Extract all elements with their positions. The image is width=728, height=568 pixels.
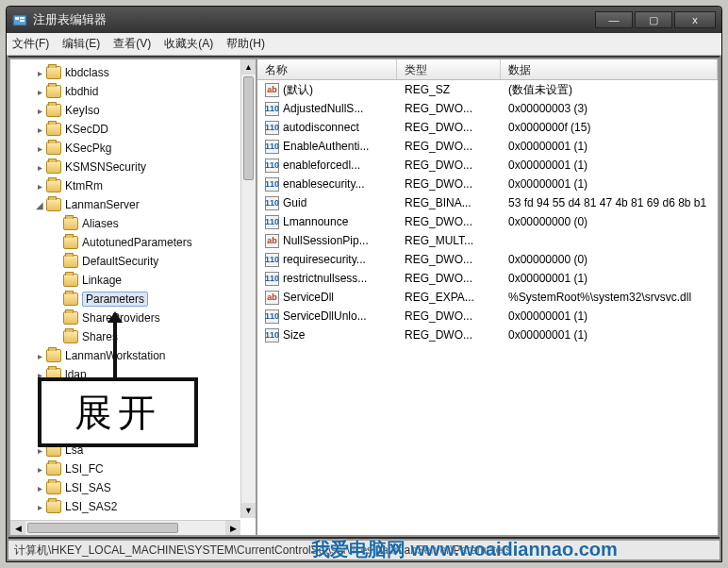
value-row[interactable]: 110GuidREG_BINA...53 fd 94 55 d4 81 47 4… [257,193,718,212]
menu-favorites[interactable]: 收藏夹(A) [164,36,213,52]
tree-node[interactable]: ▸KSecPkg [10,139,256,158]
folder-icon [46,85,61,98]
expander-icon[interactable]: ▸ [33,464,46,475]
scroll-left-icon[interactable]: ◀ [10,521,25,535]
tree-node-label: LSI_FC [65,462,104,476]
menu-file[interactable]: 文件(F) [12,36,49,52]
value-name: restrictnullsess... [283,272,367,285]
expander-icon[interactable]: ▸ [33,502,46,512]
folder-icon [46,179,61,192]
tree-node-label: KSecDD [65,123,108,136]
svg-rect-2 [20,17,25,19]
expander-icon[interactable]: ▸ [33,106,46,116]
app-icon [12,12,27,27]
annotation-arrow [113,321,117,377]
tree-node[interactable]: Shares [10,327,256,346]
scroll-thumb-h[interactable] [27,523,178,533]
value-row[interactable]: ab(默认)REG_SZ(数值未设置) [257,80,718,99]
value-type: REG_DWO... [397,140,501,153]
tree-node-label: Linkage [82,274,122,287]
tree-node-label: kbdhid [65,85,98,98]
col-data[interactable]: 数据 [501,59,718,79]
value-row[interactable]: 110EnableAuthenti...REG_DWO...0x00000001… [257,137,718,156]
tree-node[interactable]: ShareProviders [10,309,256,327]
tree-node[interactable]: AutotunedParameters [10,233,256,252]
close-button[interactable]: x [674,11,716,28]
value-name: NullSessionPip... [283,234,369,247]
tree-node[interactable]: ▸LSI_SAS [10,478,256,497]
scroll-down-icon[interactable]: ▼ [241,503,256,518]
expander-icon[interactable]: ▸ [33,483,46,493]
string-value-icon: ab [265,291,279,305]
minimize-button[interactable]: — [595,11,633,28]
scroll-thumb[interactable] [243,76,254,180]
tree-pane[interactable]: ▸kbdclass▸kbdhid▸KeyIso▸KSecDD▸KSecPkg▸K… [10,59,257,535]
menu-edit[interactable]: 编辑(E) [62,36,100,52]
annotation-label: 展开 [74,387,161,439]
tree-node-label: KeyIso [65,104,100,117]
folder-icon [63,292,78,306]
menubar: 文件(F) 编辑(E) 查看(V) 收藏夹(A) 帮助(H) [7,33,721,56]
tree-node-label: KtmRm [65,179,103,192]
value-data: 53 fd 94 55 d4 81 47 4b 81 69 d6 8b b1 [501,196,718,209]
list-body[interactable]: ab(默认)REG_SZ(数值未设置)110AdjustedNullS...RE… [257,80,718,535]
tree-node-label: KSMSNSecurity [65,160,146,174]
value-data: 0x00000001 (1) [501,309,718,323]
scroll-right-icon[interactable]: ▶ [225,521,240,535]
menu-view[interactable]: 查看(V) [113,36,151,52]
folder-icon [63,311,78,325]
tree-node[interactable]: ▸KSecDD [10,120,256,139]
tree-node[interactable]: ▸LSI_FC [10,459,256,478]
tree-node[interactable]: ▸LanmanWorkstation [10,346,256,365]
expander-icon[interactable]: ▸ [33,181,46,192]
tree-node[interactable]: ▸kbdclass [10,63,256,82]
tree-node[interactable]: Parameters [10,290,256,309]
folder-icon [46,123,61,136]
col-type[interactable]: 类型 [397,59,501,79]
col-name[interactable]: 名称 [257,59,397,79]
titlebar[interactable]: 注册表编辑器 — ▢ x [7,7,721,33]
tree-node[interactable]: DefaultSecurity [10,252,256,271]
expander-icon[interactable]: ▸ [33,87,46,97]
tree-node[interactable]: ▸KeyIso [10,101,256,120]
maximize-button[interactable]: ▢ [635,11,672,28]
value-row[interactable]: 110enableforcedl...REG_DWO...0x00000001 … [257,156,718,175]
value-row[interactable]: 110ServiceDllUnlo...REG_DWO...0x00000001… [257,307,718,326]
value-row[interactable]: 110autodisconnectREG_DWO...0x0000000f (1… [257,118,718,137]
expander-icon[interactable]: ▸ [33,125,46,135]
value-row[interactable]: abNullSessionPip...REG_MULT... [257,231,718,250]
value-name: Size [283,328,305,342]
value-row[interactable]: abServiceDllREG_EXPA...%SystemRoot%\syst… [257,288,718,307]
folder-icon [46,104,61,117]
value-name: requiresecurity... [283,253,366,266]
tree-node[interactable]: ◢LanmanServer [10,195,256,214]
tree-scrollbar-v[interactable]: ▲ ▼ [240,59,256,518]
expander-icon[interactable]: ▸ [33,351,46,361]
scroll-up-icon[interactable]: ▲ [241,59,256,75]
tree-node[interactable]: Aliases [10,214,256,233]
tree-node[interactable]: ▸kbdhid [10,82,256,101]
value-name: EnableAuthenti... [283,140,369,153]
folder-icon [63,274,78,287]
tree-node-label: kbdclass [65,66,109,79]
value-row[interactable]: 110enablesecurity...REG_DWO...0x00000001… [257,175,718,193]
binary-value-icon: 110 [265,328,279,342]
tree-node[interactable]: ▸KSMSNSecurity [10,158,256,176]
expander-icon[interactable]: ▸ [33,68,46,78]
tree-node[interactable]: ▸LSI_SAS2 [10,497,256,516]
expander-icon[interactable]: ▸ [33,162,46,173]
value-row[interactable]: 110requiresecurity...REG_DWO...0x0000000… [257,250,718,269]
value-row[interactable]: 110LmannounceREG_DWO...0x00000000 (0) [257,212,718,231]
tree-node[interactable]: ▸KtmRm [10,176,256,195]
menu-help[interactable]: 帮助(H) [226,36,265,52]
value-row[interactable]: 110SizeREG_DWO...0x00000001 (1) [257,326,718,344]
tree-node[interactable]: Linkage [10,271,256,290]
value-data: 0x00000001 (1) [501,159,718,172]
tree-scrollbar-h[interactable]: ◀ ▶ [10,520,240,535]
value-data: 0x00000000 (0) [501,253,718,266]
expander-icon[interactable]: ◢ [33,200,46,210]
value-row[interactable]: 110restrictnullsess...REG_DWO...0x000000… [257,269,718,288]
expander-icon[interactable]: ▸ [33,143,46,154]
value-row[interactable]: 110AdjustedNullS...REG_DWO...0x00000003 … [257,99,718,118]
value-type: REG_BINA... [397,196,501,209]
